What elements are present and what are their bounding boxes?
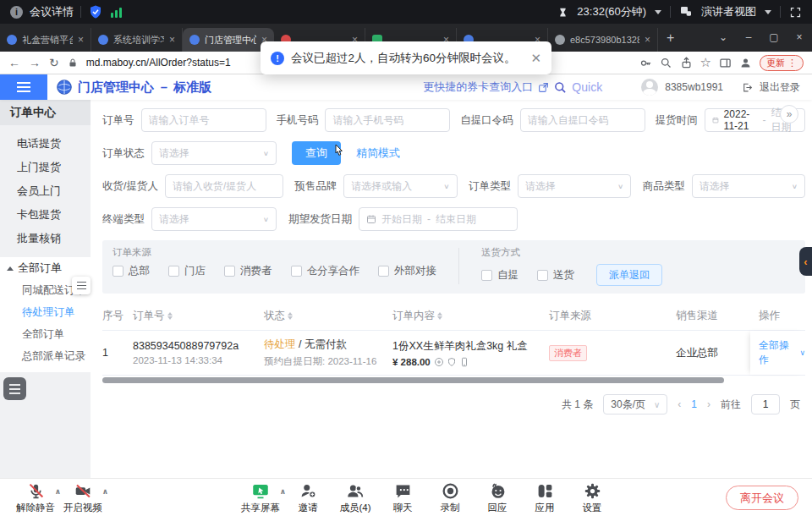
forward-icon[interactable]: → (29, 56, 41, 69)
promo-link[interactable]: 更快捷的券卡查询入口 (423, 80, 533, 95)
view-dropdown-icon[interactable] (765, 10, 771, 14)
sidebar-item-batch-verify[interactable]: 批量核销 (0, 227, 91, 250)
share-page-icon[interactable] (680, 57, 693, 69)
new-tab-icon[interactable]: + (667, 30, 674, 46)
chevron-up-icon[interactable]: ∧ (102, 487, 108, 496)
col-status[interactable]: 状态 (264, 309, 392, 323)
ship-end-date[interactable]: 结束日期 (436, 212, 476, 227)
tab-search-icon[interactable]: ⌄ (710, 24, 736, 52)
col-content[interactable]: 订单内容 (392, 309, 549, 323)
brand-select[interactable]: 请选择或输入∨ (343, 174, 457, 198)
logout-icon[interactable] (742, 82, 753, 93)
checkbox-hq[interactable]: 总部 (112, 264, 150, 278)
record-button[interactable]: 录制 (426, 479, 474, 516)
bookmark-star-icon[interactable]: ☆ (700, 55, 711, 70)
order-no[interactable]: 83859345088979792a (133, 340, 259, 352)
checkbox-external[interactable]: 外部对接 (378, 264, 436, 278)
shield-check-icon[interactable] (88, 4, 103, 19)
order-no-input[interactable] (141, 108, 266, 132)
phone-input[interactable] (325, 108, 450, 132)
reactions-button[interactable]: 回应 (474, 479, 521, 516)
goto-page-input[interactable] (751, 394, 780, 414)
all-actions-dropdown[interactable]: 全部操作 (759, 338, 797, 367)
protect-icon[interactable] (447, 357, 457, 367)
zoom-icon[interactable] (660, 57, 672, 69)
collapse-search-button[interactable]: » (780, 105, 798, 124)
back-icon[interactable]: ← (8, 56, 20, 69)
tab-close-icon[interactable]: × (645, 34, 650, 46)
ship-date-range[interactable]: 开始日期 - 结束日期 (359, 207, 518, 231)
order-status-select[interactable]: 请选择∨ (151, 141, 277, 165)
timer-dropdown-icon[interactable] (655, 10, 661, 14)
meeting-panel-toggle[interactable]: ‹ (799, 247, 812, 276)
simple-mode-link[interactable]: 精简模式 (356, 145, 400, 161)
settings-button[interactable]: 设置 (568, 479, 616, 516)
apps-button[interactable]: 应用 (521, 479, 568, 516)
window-close-icon[interactable]: × (787, 24, 812, 52)
unmute-button[interactable]: 解除静音 ∧ (12, 479, 59, 516)
goods-type-select[interactable]: 请选择∨ (692, 174, 805, 198)
col-order-no[interactable]: 订单号 (133, 309, 264, 323)
receiver-input[interactable] (165, 174, 283, 198)
view-mode-label[interactable]: 演讲者视图 (701, 4, 756, 19)
sort-icon[interactable] (167, 312, 173, 320)
browser-tab[interactable]: e8c573980b1328a258fd2e6 × (548, 28, 658, 52)
checkbox-store[interactable]: 门店 (168, 264, 206, 278)
browser-tab[interactable]: 礼盒营销平台管理中心 × (0, 28, 91, 52)
phone-icon[interactable] (459, 357, 469, 367)
quick-label[interactable]: Quick (572, 80, 602, 94)
remark-icon[interactable] (434, 357, 444, 367)
user-avatar[interactable] (641, 79, 658, 96)
dispatch-return-button[interactable]: 派单退回 (596, 264, 662, 286)
meeting-detail-label[interactable]: 会议详情 (30, 4, 74, 19)
tab-close-icon[interactable]: × (169, 34, 175, 46)
pickup-start-date[interactable]: 2022-11-21 (724, 108, 758, 132)
refresh-icon[interactable]: ↻ (49, 56, 59, 69)
sidebar-item-pending-orders[interactable]: 待处理订单 (0, 301, 91, 323)
next-page-icon[interactable]: › (707, 398, 710, 410)
prev-page-icon[interactable]: ‹ (678, 398, 681, 410)
chrome-update-button[interactable]: 更新⋮ (760, 55, 804, 71)
sort-icon[interactable] (437, 312, 442, 320)
window-maximize-icon[interactable]: ▢ (761, 24, 787, 52)
promo-link-wrap[interactable]: 更快捷的券卡查询入口 Quick (423, 80, 602, 95)
tab-close-icon[interactable]: × (78, 34, 84, 46)
sort-icon[interactable] (288, 312, 293, 320)
fullscreen-icon[interactable] (789, 6, 802, 19)
page-size-select[interactable]: 30条/页∨ (603, 394, 667, 414)
sidebar-item-member-visit[interactable]: 会员上门 (0, 179, 91, 203)
members-button[interactable]: 成员(4) (332, 479, 379, 516)
profile-icon[interactable] (739, 57, 752, 69)
current-page[interactable]: 1 (691, 398, 697, 410)
side-panel-icon[interactable] (719, 57, 732, 69)
window-minimize-icon[interactable]: – (736, 24, 761, 52)
sidebar-item-phone-pickup[interactable]: 电话提货 (0, 132, 91, 156)
floating-list-widget[interactable] (3, 377, 26, 400)
sidebar-item-card-pickup[interactable]: 卡包提货 (0, 203, 91, 227)
network-signal-icon[interactable] (110, 5, 123, 19)
quick-search-icon[interactable] (554, 81, 567, 94)
menu-toggle-button[interactable] (0, 74, 47, 100)
logout-label[interactable]: 退出登录 (760, 80, 800, 95)
browser-tab[interactable]: 系统培训学习 × (91, 28, 183, 52)
notice-close-icon[interactable]: ✕ (530, 51, 541, 66)
terminal-select[interactable]: 请选择∨ (151, 207, 277, 231)
start-video-button[interactable]: 开启视频 ∧ (59, 479, 107, 516)
ship-start-date[interactable]: 开始日期 (381, 212, 422, 227)
leave-meeting-button[interactable]: 离开会议 (726, 486, 798, 510)
toolbar-drag-handle[interactable] (72, 277, 91, 294)
meeting-info-icon[interactable]: i (10, 6, 23, 19)
sidebar-item-hq-dispatch[interactable]: 总部派单记录 (0, 345, 91, 367)
checkbox-warehouse-coop[interactable]: 仓分享合作 (291, 264, 360, 278)
invite-button[interactable]: 邀请 (284, 479, 332, 516)
share-screen-button[interactable]: 共享屏幕 ∧ (237, 479, 284, 516)
sidebar-item-door-pickup[interactable]: 上门提货 (0, 156, 91, 179)
url-text[interactable]: md.maboy.cn/AllOrder?status=1 (86, 57, 231, 69)
pickup-code-input[interactable] (520, 108, 645, 132)
checkbox-self-pickup[interactable]: 自提 (481, 268, 518, 283)
password-key-icon[interactable] (639, 57, 652, 69)
order-type-select[interactable]: 请选择∨ (518, 174, 631, 198)
checkbox-consumer[interactable]: 消费者 (224, 264, 272, 278)
checkbox-delivery[interactable]: 送货 (537, 268, 574, 283)
sidebar-item-all-orders[interactable]: 全部订单 (0, 323, 91, 345)
